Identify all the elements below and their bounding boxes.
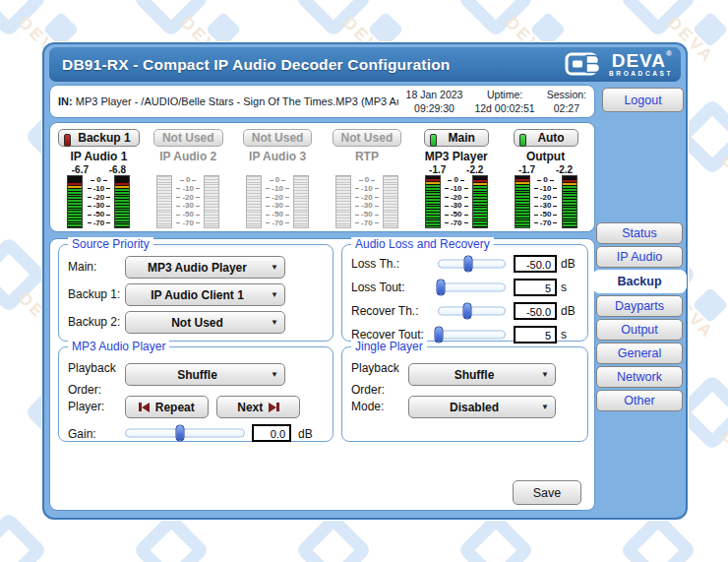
channel-label: Output — [526, 150, 565, 163]
session: Session: 02:27 — [547, 88, 586, 115]
meter-scale: 0-10-20-30-50-70 — [262, 175, 293, 228]
nav-tab-general[interactable]: General — [596, 343, 683, 364]
source-button-label: Backup 1 — [78, 131, 130, 145]
level-meter: 0-10-20-30-50-70 — [335, 164, 398, 228]
recover-timeout-slider[interactable] — [438, 326, 506, 343]
dropdown-arrow-icon: ▼ — [271, 290, 278, 299]
deva-watermark-logo: DEVA — [300, 517, 448, 562]
main-source-button[interactable]: Main — [424, 129, 489, 147]
settings-panel: Source Priority Main: MP3 Audio Player ▼… — [49, 238, 595, 511]
recover-timeout-value[interactable]: 5 — [514, 326, 557, 343]
logo-text: DEVA® BROADCAST — [609, 51, 673, 78]
nav-tab-ip-audio[interactable]: IP Audio — [596, 246, 683, 268]
main-label: Main: — [68, 260, 96, 274]
meter-scale: 0-10-20-30-50-70 — [441, 175, 472, 228]
selected-value: Shuffle — [455, 368, 495, 382]
uptime: Uptime: 12d 00:02:51 — [474, 88, 534, 115]
deva-watermark-logo: DEVA — [462, 517, 610, 562]
dropdown-arrow-icon: ▼ — [541, 370, 549, 379]
skip-forward-icon — [269, 403, 279, 412]
slider-thumb[interactable] — [435, 327, 444, 343]
loss-timeout-value[interactable]: 5 — [514, 279, 557, 296]
gain-slider[interactable] — [125, 424, 245, 442]
nav-tab-other[interactable]: Other — [596, 390, 683, 411]
uptime-label: Uptime: — [474, 88, 534, 101]
in-label: IN: — [58, 95, 73, 107]
row-label: Loss Th.: — [351, 257, 438, 271]
time-value: 09:29:30 — [406, 101, 463, 115]
date-value: 18 Jan 2023 — [406, 88, 463, 101]
next-label: Next — [237, 401, 263, 414]
slider-thumb[interactable] — [176, 425, 185, 442]
backup2-source-select[interactable]: Not Used ▼ — [125, 311, 285, 334]
logo-deva-text: DEVA — [612, 51, 666, 70]
unit-label: dB — [298, 427, 313, 441]
fieldset-legend: Audio Loss and Recovery — [351, 237, 494, 251]
backup1-source-select[interactable]: IP Audio Client 1 ▼ — [125, 283, 285, 306]
repeat-button[interactable]: Repeat — [125, 396, 209, 418]
nav-tab-status[interactable]: Status — [596, 222, 683, 244]
level-meter: -6.7-6.8 0-10-20-30-50-70 — [67, 164, 130, 228]
slider-thumb[interactable] — [436, 280, 445, 296]
fieldset-legend: MP3 Audio Player — [68, 340, 169, 353]
jingle-mode-select[interactable]: Disabled ▼ — [408, 396, 556, 418]
ip-audio-3-source-button[interactable]: Not Used — [243, 129, 313, 147]
level-meter: 0-10-20-30-50-70 — [156, 164, 219, 228]
meter-bar-left — [246, 175, 262, 228]
channel-rtp: Not Used RTP 0-10-20-30-50-70 — [323, 129, 411, 228]
mp3-playback-order-select[interactable]: Shuffle ▼ — [125, 363, 285, 386]
backup2-label: Backup 2: — [68, 315, 120, 329]
backup1-label: Backup 1: — [68, 287, 120, 301]
recover-threshold-value[interactable]: -50.0 — [514, 302, 557, 320]
auto-source-button[interactable]: Auto — [514, 129, 578, 147]
unit-label: dB — [561, 257, 578, 271]
slider-thumb[interactable] — [464, 256, 473, 273]
channel-label: RTP — [355, 150, 379, 163]
nav-tab-network[interactable]: Network — [596, 366, 683, 388]
loss-timeout-row: Loss Tout: 5 s — [351, 278, 578, 297]
level-value-right: -2.2 — [552, 164, 577, 175]
meters-panel: Backup 1 IP Audio 1 -6.7-6.8 0-10-20-30-… — [49, 122, 595, 232]
channel-label: MP3 Player — [425, 150, 488, 163]
selected-value: Shuffle — [177, 368, 217, 382]
meter-bar-right — [383, 175, 398, 228]
channel-mp3-player: Main MP3 Player -1.7-2.2 0-10-20-30-50-7… — [412, 129, 501, 228]
dropdown-arrow-icon: ▼ — [271, 370, 278, 379]
jingle-playback-order-select[interactable]: Shuffle ▼ — [408, 363, 556, 386]
slider-thumb[interactable] — [463, 303, 472, 320]
main-source-select[interactable]: MP3 Audio Player ▼ — [125, 256, 285, 279]
level-meter: -1.7-2.2 0-10-20-30-50-70 — [515, 164, 577, 228]
loss-threshold-value[interactable]: -50.0 — [514, 255, 557, 273]
gain-label: Gain: — [68, 427, 96, 441]
source-button-label: Not Used — [162, 131, 214, 145]
ip-audio-2-source-button[interactable]: Not Used — [153, 129, 223, 147]
meter-scale: 0-10-20-30-50-70 — [351, 175, 383, 228]
input-status-bar: IN: MP3 Player - /AUDIO/Belle Stars - Si… — [49, 85, 595, 118]
nav-tab-output[interactable]: Output — [596, 319, 683, 341]
recover-threshold-slider[interactable] — [438, 302, 506, 320]
deva-watermark-logo: DEVA — [679, 103, 728, 231]
meter-scale: 0-10-20-30-50-70 — [83, 175, 114, 228]
nav-tab-backup[interactable]: Backup — [592, 270, 687, 293]
page-title: DB91-RX - Compact IP Audio Decoder Confi… — [49, 56, 451, 74]
gain-value[interactable]: 0.0 — [252, 424, 291, 442]
row-label: Recover Th.: — [351, 304, 438, 318]
meter-bar-left — [335, 175, 351, 228]
jingle-player-fieldset: Jingle Player Playback Order: Shuffle ▼ … — [341, 346, 588, 442]
channel-label: IP Audio 3 — [249, 150, 306, 163]
next-button[interactable]: Next — [216, 396, 300, 418]
logout-button[interactable]: Logout — [602, 88, 684, 112]
loss-timeout-slider[interactable] — [438, 279, 506, 296]
save-button[interactable]: Save — [513, 480, 581, 505]
meter-bar-left — [515, 175, 530, 228]
deva-watermark-logo: DEVA — [625, 517, 728, 562]
app-window: DB91-RX - Compact IP Audio Decoder Confi… — [44, 44, 686, 518]
loss-threshold-slider[interactable] — [438, 255, 506, 273]
repeat-label: Repeat — [155, 401, 195, 414]
meter-bar-right — [293, 175, 309, 228]
nav-tab-dayparts[interactable]: Dayparts — [596, 295, 683, 317]
dropdown-arrow-icon: ▼ — [541, 403, 549, 411]
logo-broadcast-text: BROADCAST — [609, 71, 673, 78]
rtp-source-button[interactable]: Not Used — [333, 129, 402, 147]
backup1-source-button[interactable]: Backup 1 — [58, 129, 139, 147]
